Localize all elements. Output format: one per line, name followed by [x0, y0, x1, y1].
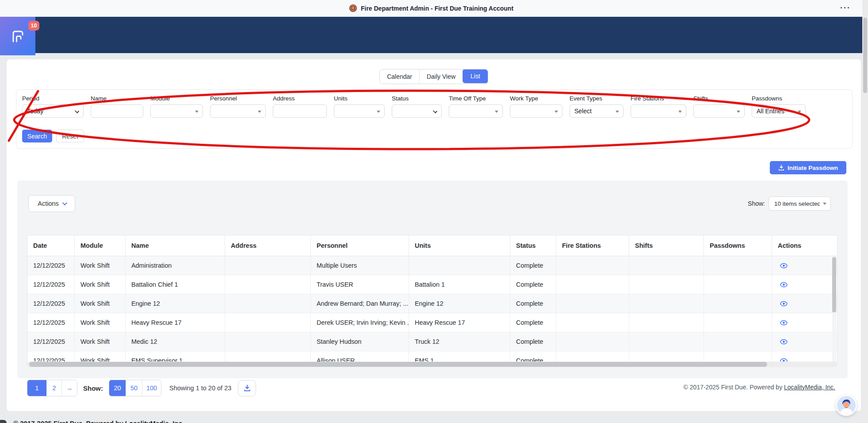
tab-calendar[interactable]: Calendar	[380, 69, 420, 84]
actions-button[interactable]: Actions	[28, 195, 75, 212]
page-size-buttons: 20 50 100	[109, 380, 161, 396]
show-label: Show:	[748, 200, 765, 207]
filter-shifts: Shifts	[693, 95, 745, 118]
filter-address: Address	[273, 95, 327, 118]
fire-stations-select[interactable]	[631, 104, 686, 118]
clipped-bottom-footer: © 2017-2025 First Due. Powered by Locali…	[13, 419, 243, 423]
tab-list[interactable]: List	[463, 69, 488, 83]
reset-button[interactable]: Reset	[56, 130, 84, 142]
page-size-50-button[interactable]: 50	[126, 380, 142, 396]
items-selected-select[interactable]: 10 items selected	[769, 196, 831, 211]
work-type-select[interactable]	[510, 104, 562, 118]
page-size-20-button[interactable]: 20	[109, 380, 126, 396]
view-eye-icon[interactable]	[780, 263, 788, 269]
pagination: 1 2 → Show: 20 50 100 Showing 1 to 20 of…	[27, 380, 256, 396]
passdowns-select[interactable]: All Entries	[752, 104, 806, 118]
filter-address-label: Address	[273, 95, 327, 102]
table-row: 12/12/2025 Work Shift Medic 12 Stanley H…	[27, 332, 837, 351]
personnel-select[interactable]	[210, 104, 266, 118]
locality-media-link[interactable]: LocalityMedia, Inc.	[784, 384, 835, 391]
view-tabs: Calendar Daily View List	[379, 69, 488, 84]
clipped-corner-element	[0, 420, 7, 423]
page-size-100-button[interactable]: 100	[142, 380, 161, 396]
module-select[interactable]	[150, 104, 203, 118]
status-select[interactable]	[392, 104, 442, 118]
units-select[interactable]	[334, 104, 385, 118]
results-summary: Showing 1 to 20 of 23	[169, 385, 231, 392]
dropdown-triangle-icon	[258, 111, 261, 113]
name-input[interactable]	[91, 104, 143, 118]
page-1-button[interactable]: 1	[27, 380, 47, 396]
time-off-type-select[interactable]	[449, 104, 503, 118]
filter-work-type: Work Type	[510, 95, 562, 118]
window-scrollbar-track[interactable]	[862, 0, 868, 423]
filter-shifts-label: Shifts	[693, 95, 745, 102]
chevron-down-icon	[62, 200, 67, 205]
filter-panel: Period Today Name Module Personnel	[16, 89, 853, 149]
table-row: 12/12/2025 Work Shift Battalion Chief 1 …	[27, 275, 837, 294]
view-eye-icon[interactable]	[780, 339, 788, 345]
shifts-select[interactable]	[693, 104, 745, 118]
search-button[interactable]: Search	[22, 130, 52, 142]
filter-time-off-type: Time Off Type	[449, 95, 503, 118]
filter-module: Module	[150, 95, 203, 118]
page-size-label: Show:	[83, 385, 103, 392]
window-scrollbar-thumb[interactable]	[863, 18, 867, 93]
first-due-logo-icon	[10, 29, 26, 44]
address-input[interactable]	[273, 104, 327, 118]
filter-name-label: Name	[91, 95, 143, 102]
main-content-card: Calendar Daily View List Period Today Na…	[6, 59, 861, 411]
table-row: 12/12/2025 Work Shift Heavy Rescue 17 De…	[27, 313, 837, 332]
table-header-row: Date Module Name Address Personnel Units…	[27, 235, 837, 256]
table-row: 12/12/2025 Work Shift Administration Mul…	[27, 256, 837, 275]
download-icon	[244, 385, 251, 392]
filter-period: Period Today	[22, 95, 84, 118]
table-vertical-scrollbar[interactable]	[832, 257, 836, 312]
export-download-button[interactable]	[238, 380, 256, 396]
fire-department-badge-icon	[349, 4, 357, 12]
dropdown-triangle-icon	[195, 111, 199, 113]
download-icon	[778, 165, 784, 171]
filter-module-label: Module	[150, 95, 203, 102]
window-title: Fire Department Admin - First Due Traini…	[361, 5, 513, 12]
filter-status-label: Status	[392, 95, 442, 102]
dropdown-triangle-icon	[737, 111, 740, 113]
dropdown-triangle-icon	[798, 111, 801, 113]
filter-name: Name	[91, 95, 143, 118]
filter-fire-stations: Fire Stations	[631, 95, 686, 118]
event-types-select[interactable]: Select	[570, 104, 623, 118]
filter-period-label: Period	[22, 95, 84, 102]
notification-badge: 10	[28, 21, 39, 31]
filter-personnel-label: Personnel	[210, 95, 266, 102]
table-row: 12/12/2025 Work Shift Engine 12 Andrew B…	[27, 294, 837, 313]
chevron-down-icon	[75, 109, 79, 113]
table-horizontal-scrollbar[interactable]	[29, 362, 767, 367]
shifts-table: Date Module Name Address Personnel Units…	[27, 235, 837, 365]
list-panel: Actions Show: 10 items selected Date Mod…	[17, 181, 848, 378]
view-eye-icon[interactable]	[780, 301, 788, 307]
more-options-icon[interactable]	[841, 7, 849, 8]
filter-time-off-type-label: Time Off Type	[449, 95, 503, 102]
tab-daily-view[interactable]: Daily View	[420, 69, 463, 84]
dropdown-triangle-icon	[554, 111, 558, 113]
filter-work-type-label: Work Type	[510, 95, 562, 102]
filter-passdowns-label: Passdowns	[752, 95, 806, 102]
next-page-button[interactable]: →	[62, 380, 77, 396]
window-title-bar: Fire Department Admin - First Due Traini…	[0, 0, 862, 17]
filter-event-types-label: Event Types	[570, 95, 623, 102]
support-chat-avatar[interactable]	[836, 395, 857, 416]
view-eye-icon[interactable]	[780, 320, 788, 326]
dropdown-triangle-icon	[678, 111, 682, 113]
page-2-button[interactable]: 2	[47, 380, 62, 396]
initiate-passdown-button[interactable]: Initiate Passdown	[770, 161, 846, 174]
top-navbar	[0, 17, 862, 53]
dropdown-triangle-icon	[616, 111, 619, 113]
filter-fire-stations-label: Fire Stations	[631, 95, 686, 102]
view-eye-icon[interactable]	[780, 282, 788, 288]
filter-units: Units	[334, 95, 385, 118]
dropdown-triangle-icon	[823, 203, 826, 205]
avatar-person-icon	[837, 396, 856, 415]
page-buttons: 1 2 →	[27, 380, 77, 396]
filter-status: Status	[392, 95, 442, 118]
period-select[interactable]: Today	[22, 104, 84, 118]
